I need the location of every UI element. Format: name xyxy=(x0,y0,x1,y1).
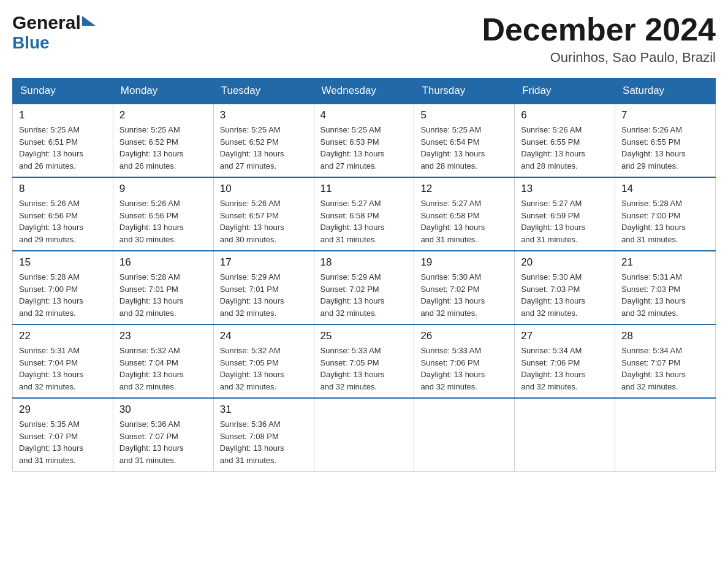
day-info: Sunrise: 5:26 AMSunset: 6:55 PMDaylight:… xyxy=(521,125,585,170)
day-number: 20 xyxy=(521,256,609,269)
day-number: 19 xyxy=(420,256,508,269)
calendar-day-cell: 20 Sunrise: 5:30 AMSunset: 7:03 PMDaylig… xyxy=(515,251,615,324)
calendar-day-cell: 14 Sunrise: 5:28 AMSunset: 7:00 PMDaylig… xyxy=(615,177,716,251)
day-number: 21 xyxy=(621,256,709,269)
day-number: 25 xyxy=(320,330,408,342)
day-number: 27 xyxy=(521,330,609,342)
day-number: 7 xyxy=(621,109,709,121)
day-number: 30 xyxy=(119,404,207,416)
day-info: Sunrise: 5:34 AMSunset: 7:07 PMDaylight:… xyxy=(621,346,686,391)
day-number: 3 xyxy=(220,109,308,121)
day-info: Sunrise: 5:29 AMSunset: 7:02 PMDaylight:… xyxy=(320,272,385,318)
day-info: Sunrise: 5:30 AMSunset: 7:02 PMDaylight:… xyxy=(420,272,485,318)
day-info: Sunrise: 5:26 AMSunset: 6:55 PMDaylight:… xyxy=(621,125,686,170)
calendar-day-cell: 3 Sunrise: 5:25 AMSunset: 6:52 PMDayligh… xyxy=(213,104,314,177)
day-info: Sunrise: 5:34 AMSunset: 7:06 PMDaylight:… xyxy=(521,346,585,391)
calendar-day-cell: 4 Sunrise: 5:25 AMSunset: 6:53 PMDayligh… xyxy=(314,104,414,177)
calendar-day-cell: 9 Sunrise: 5:26 AMSunset: 6:56 PMDayligh… xyxy=(113,177,213,251)
day-number: 29 xyxy=(19,404,107,416)
weekday-header-friday: Friday xyxy=(515,79,615,104)
calendar-day-cell: 11 Sunrise: 5:27 AMSunset: 6:58 PMDaylig… xyxy=(314,177,414,251)
day-info: Sunrise: 5:27 AMSunset: 6:58 PMDaylight:… xyxy=(320,199,385,244)
day-info: Sunrise: 5:25 AMSunset: 6:53 PMDaylight:… xyxy=(320,125,385,170)
day-number: 13 xyxy=(521,183,609,195)
weekday-header-sunday: Sunday xyxy=(13,79,113,104)
calendar-day-cell: 23 Sunrise: 5:32 AMSunset: 7:04 PMDaylig… xyxy=(113,324,213,398)
day-info: Sunrise: 5:25 AMSunset: 6:52 PMDaylight:… xyxy=(220,125,284,170)
day-info: Sunrise: 5:28 AMSunset: 7:00 PMDaylight:… xyxy=(621,199,686,244)
day-number: 9 xyxy=(119,183,207,195)
day-number: 11 xyxy=(320,183,408,195)
day-number: 16 xyxy=(119,256,207,269)
calendar-day-cell: 24 Sunrise: 5:32 AMSunset: 7:05 PMDaylig… xyxy=(213,324,314,398)
day-info: Sunrise: 5:36 AMSunset: 7:08 PMDaylight:… xyxy=(220,419,284,465)
day-info: Sunrise: 5:25 AMSunset: 6:52 PMDaylight:… xyxy=(119,125,184,170)
day-number: 18 xyxy=(320,256,408,269)
day-number: 28 xyxy=(621,330,709,342)
calendar-day-cell: 2 Sunrise: 5:25 AMSunset: 6:52 PMDayligh… xyxy=(113,104,213,177)
page-header: General Blue December 2024 Ourinhos, Sao… xyxy=(12,12,716,66)
day-number: 15 xyxy=(19,256,107,269)
calendar-table: SundayMondayTuesdayWednesdayThursdayFrid… xyxy=(12,78,716,472)
day-number: 1 xyxy=(19,109,107,121)
calendar-week-row: 1 Sunrise: 5:25 AMSunset: 6:51 PMDayligh… xyxy=(13,104,716,177)
calendar-day-cell: 29 Sunrise: 5:35 AMSunset: 7:07 PMDaylig… xyxy=(13,398,113,472)
calendar-day-cell: 12 Sunrise: 5:27 AMSunset: 6:58 PMDaylig… xyxy=(414,177,515,251)
logo: General Blue xyxy=(12,12,96,53)
day-info: Sunrise: 5:27 AMSunset: 6:59 PMDaylight:… xyxy=(521,199,585,244)
day-number: 31 xyxy=(220,404,308,416)
empty-day-cell xyxy=(515,398,615,472)
calendar-day-cell: 22 Sunrise: 5:31 AMSunset: 7:04 PMDaylig… xyxy=(13,324,113,398)
calendar-week-row: 8 Sunrise: 5:26 AMSunset: 6:56 PMDayligh… xyxy=(13,177,716,251)
calendar-day-cell: 19 Sunrise: 5:30 AMSunset: 7:02 PMDaylig… xyxy=(414,251,515,324)
calendar-day-cell: 27 Sunrise: 5:34 AMSunset: 7:06 PMDaylig… xyxy=(515,324,615,398)
day-number: 6 xyxy=(521,109,609,121)
day-info: Sunrise: 5:28 AMSunset: 7:00 PMDaylight:… xyxy=(19,272,83,318)
calendar-day-cell: 15 Sunrise: 5:28 AMSunset: 7:00 PMDaylig… xyxy=(13,251,113,324)
weekday-header-wednesday: Wednesday xyxy=(314,79,414,104)
calendar-day-cell: 28 Sunrise: 5:34 AMSunset: 7:07 PMDaylig… xyxy=(615,324,716,398)
day-info: Sunrise: 5:33 AMSunset: 7:06 PMDaylight:… xyxy=(420,346,485,391)
calendar-week-row: 22 Sunrise: 5:31 AMSunset: 7:04 PMDaylig… xyxy=(13,324,716,398)
day-info: Sunrise: 5:27 AMSunset: 6:58 PMDaylight:… xyxy=(420,199,485,244)
day-number: 23 xyxy=(119,330,207,342)
title-section: December 2024 Ourinhos, Sao Paulo, Brazi… xyxy=(482,12,716,66)
day-info: Sunrise: 5:35 AMSunset: 7:07 PMDaylight:… xyxy=(19,419,83,465)
calendar-day-cell: 31 Sunrise: 5:36 AMSunset: 7:08 PMDaylig… xyxy=(213,398,314,472)
weekday-header-row: SundayMondayTuesdayWednesdayThursdayFrid… xyxy=(13,79,716,104)
calendar-day-cell: 30 Sunrise: 5:36 AMSunset: 7:07 PMDaylig… xyxy=(113,398,213,472)
day-info: Sunrise: 5:26 AMSunset: 6:56 PMDaylight:… xyxy=(119,199,184,244)
calendar-week-row: 15 Sunrise: 5:28 AMSunset: 7:00 PMDaylig… xyxy=(13,251,716,324)
calendar-day-cell: 21 Sunrise: 5:31 AMSunset: 7:03 PMDaylig… xyxy=(615,251,716,324)
weekday-header-tuesday: Tuesday xyxy=(213,79,314,104)
calendar-day-cell: 26 Sunrise: 5:33 AMSunset: 7:06 PMDaylig… xyxy=(414,324,515,398)
calendar-day-cell: 17 Sunrise: 5:29 AMSunset: 7:01 PMDaylig… xyxy=(213,251,314,324)
month-title: December 2024 xyxy=(482,12,716,47)
day-number: 12 xyxy=(420,183,508,195)
logo-triangle-icon xyxy=(82,16,96,26)
day-info: Sunrise: 5:32 AMSunset: 7:04 PMDaylight:… xyxy=(119,346,184,391)
day-number: 5 xyxy=(420,109,508,121)
location: Ourinhos, Sao Paulo, Brazil xyxy=(482,50,716,66)
day-number: 26 xyxy=(420,330,508,342)
logo-blue-text: Blue xyxy=(12,33,50,52)
day-info: Sunrise: 5:25 AMSunset: 6:54 PMDaylight:… xyxy=(420,125,485,170)
day-info: Sunrise: 5:36 AMSunset: 7:07 PMDaylight:… xyxy=(119,419,184,465)
calendar-day-cell: 6 Sunrise: 5:26 AMSunset: 6:55 PMDayligh… xyxy=(515,104,615,177)
calendar-day-cell: 16 Sunrise: 5:28 AMSunset: 7:01 PMDaylig… xyxy=(113,251,213,324)
day-number: 8 xyxy=(19,183,107,195)
day-number: 14 xyxy=(621,183,709,195)
day-info: Sunrise: 5:26 AMSunset: 6:57 PMDaylight:… xyxy=(220,199,284,244)
empty-day-cell xyxy=(414,398,515,472)
calendar-day-cell: 8 Sunrise: 5:26 AMSunset: 6:56 PMDayligh… xyxy=(13,177,113,251)
day-info: Sunrise: 5:31 AMSunset: 7:04 PMDaylight:… xyxy=(19,346,83,391)
calendar-day-cell: 18 Sunrise: 5:29 AMSunset: 7:02 PMDaylig… xyxy=(314,251,414,324)
calendar-day-cell: 7 Sunrise: 5:26 AMSunset: 6:55 PMDayligh… xyxy=(615,104,716,177)
weekday-header-thursday: Thursday xyxy=(414,79,515,104)
calendar-day-cell: 25 Sunrise: 5:33 AMSunset: 7:05 PMDaylig… xyxy=(314,324,414,398)
empty-day-cell xyxy=(615,398,716,472)
day-info: Sunrise: 5:31 AMSunset: 7:03 PMDaylight:… xyxy=(621,272,686,318)
logo-general-text: General xyxy=(12,12,81,33)
day-number: 10 xyxy=(220,183,308,195)
weekday-header-monday: Monday xyxy=(113,79,213,104)
